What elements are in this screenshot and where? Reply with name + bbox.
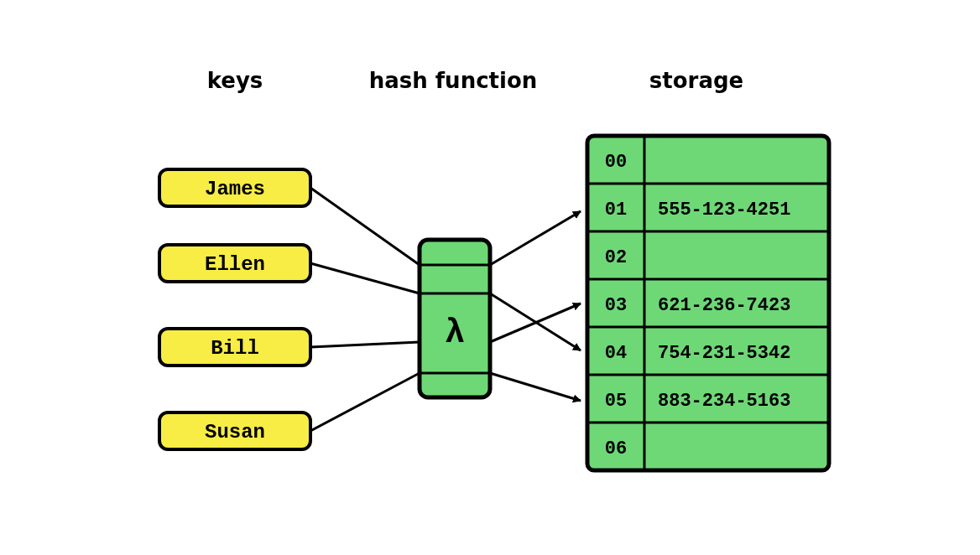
svg-line-14	[490, 303, 581, 342]
svg-line-5	[310, 263, 420, 293]
svg-line-4	[310, 188, 420, 265]
storage-index: 02	[605, 247, 627, 268]
storage-index: 06	[605, 438, 627, 459]
hash-function-box: λ	[420, 240, 490, 397]
svg-line-6	[310, 342, 420, 347]
links-hash-to-storage	[490, 211, 581, 401]
storage-index: 04	[605, 343, 627, 364]
heading-storage: storage	[649, 68, 743, 93]
key-box-2: Bill	[159, 329, 310, 366]
svg-line-12	[490, 211, 581, 265]
heading-keys: keys	[207, 68, 263, 93]
storage-table: 0001555-123-42510203621-236-742304754-23…	[587, 136, 829, 470]
key-box-3: Susan	[159, 412, 310, 449]
links-keys-to-hash	[310, 188, 420, 431]
storage-index: 01	[605, 200, 627, 220]
storage-index: 05	[605, 391, 627, 412]
svg-line-7	[310, 373, 420, 431]
storage-value: 555-123-4251	[658, 200, 790, 220]
key-label-3: Susan	[205, 421, 265, 443]
hash-symbol: λ	[445, 314, 465, 352]
storage-index: 03	[605, 295, 627, 316]
storage-value: 621-236-7423	[658, 295, 790, 316]
storage-value: 883-234-5163	[658, 391, 790, 412]
svg-line-15	[490, 373, 581, 401]
key-label-1: Ellen	[205, 253, 265, 276]
key-label-0: James	[205, 178, 265, 200]
storage-value: 754-231-5342	[658, 343, 790, 364]
key-label-2: Bill	[211, 337, 259, 360]
storage-index: 00	[605, 152, 627, 173]
key-box-1: Ellen	[159, 245, 310, 282]
heading-hash: hash function	[369, 68, 538, 93]
key-box-0: James	[159, 169, 310, 206]
keys-group: James Ellen Bill Susan	[159, 169, 310, 449]
